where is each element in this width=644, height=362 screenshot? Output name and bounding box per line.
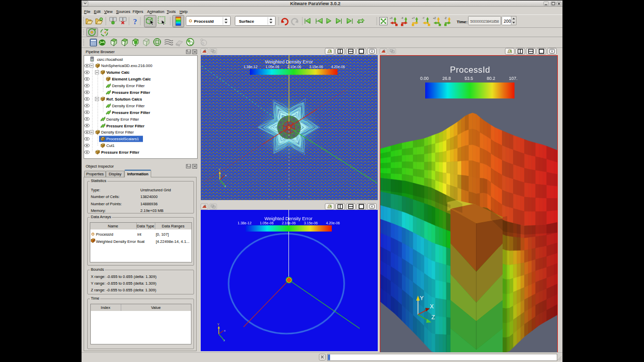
svg-text:1.38e-12: 1.38e-12: [244, 65, 257, 69]
svg-text:+Y: +Y: [412, 17, 415, 20]
svg-text:Weighted Density Error: Weighted Density Error: [265, 216, 313, 221]
svg-text:1.38e-12: 1.38e-12: [238, 221, 252, 225]
svg-text:80.2: 80.2: [487, 76, 495, 81]
svg-text:int: int: [137, 232, 142, 237]
svg-text:ProcessId: ProcessId: [450, 65, 490, 74]
svg-text:Pressure Error Filter: Pressure Error Filter: [112, 90, 150, 95]
svg-text:1.05e-06: 1.05e-06: [265, 65, 279, 69]
svg-text:Weighted Density Error: Weighted Density Error: [265, 59, 313, 64]
svg-text:x: x: [225, 174, 227, 177]
svg-text:Element Length Calc: Element Length Calc: [112, 77, 151, 81]
svg-text:Density Error Filter: Density Error Filter: [101, 130, 134, 135]
svg-text:500000023841858: 500000023841858: [470, 19, 500, 24]
svg-text:x: x: [224, 329, 226, 332]
svg-text:2.10e-06: 2.10e-06: [287, 65, 301, 69]
svg-text:X: X: [430, 303, 434, 309]
svg-text:4.20e-06: 4.20e-06: [331, 65, 345, 69]
svg-text:Pressure Error Filter: Pressure Error Filter: [112, 110, 150, 115]
svg-text:?: ?: [133, 18, 137, 26]
svg-text:z: z: [223, 339, 225, 342]
svg-text:3.15e-06: 3.15e-06: [309, 65, 323, 69]
svg-text:-Z: -Z: [444, 17, 446, 20]
svg-text:Y: Y: [217, 323, 219, 326]
svg-text:csrc://localhost: csrc://localhost: [97, 57, 123, 62]
svg-text:26.8: 26.8: [442, 76, 451, 81]
svg-text:Cut1: Cut1: [106, 143, 115, 148]
svg-text:+X: +X: [390, 17, 393, 20]
svg-text:[0, 107]: [0, 107]: [156, 232, 169, 237]
svg-text:[4.22498e-14, 4.1...: [4.22498e-14, 4.1...: [156, 239, 189, 244]
svg-text:ProcessIdScalars1: ProcessIdScalars1: [106, 137, 139, 141]
svg-text:0.00: 0.00: [420, 76, 429, 81]
svg-text:+Z: +Z: [433, 17, 436, 20]
svg-text:Surface: Surface: [239, 19, 254, 24]
svg-text:4.20e-06: 4.20e-06: [326, 221, 340, 225]
svg-text:Volume Calc: Volume Calc: [106, 70, 130, 75]
svg-text:1.05e-06: 1.05e-06: [260, 221, 273, 225]
svg-text:Pressure Error Filter: Pressure Error Filter: [106, 124, 144, 128]
svg-text:Density Error Filter: Density Error Filter: [112, 84, 145, 88]
svg-text:2.10e-06: 2.10e-06: [282, 221, 296, 225]
svg-text:Z: Z: [431, 314, 435, 320]
svg-text:ProcessId: ProcessId: [194, 19, 214, 24]
svg-text:Y: Y: [218, 168, 220, 171]
svg-text:z: z: [224, 185, 226, 188]
svg-text:float: float: [137, 239, 145, 244]
svg-text:Pressure Error Filter: Pressure Error Filter: [101, 150, 139, 155]
svg-text:-X: -X: [401, 17, 404, 20]
svg-text:Y: Y: [420, 295, 424, 301]
svg-text:Ref. Solution Calcs: Ref. Solution Calcs: [106, 97, 142, 102]
svg-text:Density Error Filter: Density Error Filter: [106, 117, 139, 122]
svg-text:3.15e-06: 3.15e-06: [304, 221, 318, 225]
svg-text:Time:: Time:: [457, 20, 468, 24]
svg-text:NohSpherical3D.exo.216.000: NohSpherical3D.exo.216.000: [101, 63, 152, 68]
svg-text:200: 200: [504, 19, 511, 24]
svg-text:-Y: -Y: [422, 17, 425, 20]
svg-text:ProcessId: ProcessId: [96, 232, 113, 237]
svg-text:107.: 107.: [509, 76, 518, 81]
svg-text:Weighted Density Error: Weighted Density Error: [96, 239, 136, 244]
svg-text:Density Error Filter: Density Error Filter: [112, 104, 145, 108]
svg-text:53.5: 53.5: [464, 76, 473, 81]
